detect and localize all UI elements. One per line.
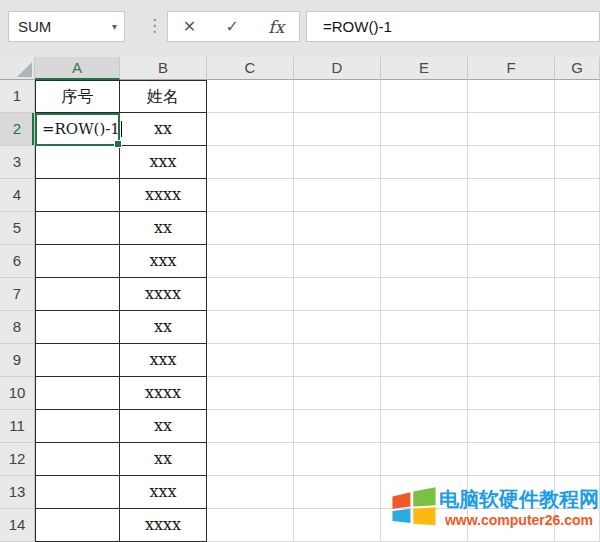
cell-C6[interactable] [207,245,294,278]
cell-D14[interactable] [294,509,381,542]
cell-D8[interactable] [294,311,381,344]
row-header-2[interactable]: 2 [0,113,35,146]
cancel-icon[interactable]: ✕ [183,17,196,36]
cell-D3[interactable] [294,146,381,179]
column-header-D[interactable]: D [294,57,381,80]
row-header-11[interactable]: 11 [0,410,35,443]
cell-C5[interactable] [207,212,294,245]
name-box[interactable]: SUM ▾ [8,11,125,42]
cell-D7[interactable] [294,278,381,311]
row-header-1[interactable]: 1 [0,80,35,113]
cell-F5[interactable] [468,212,555,245]
cell-B10[interactable]: xxxx [120,377,207,410]
formula-bar-text[interactable]: =ROW()-1 [307,18,392,35]
cell-G11[interactable] [555,410,600,443]
cell-G9[interactable] [555,344,600,377]
cell-C4[interactable] [207,179,294,212]
cell-D6[interactable] [294,245,381,278]
cell-D1[interactable] [294,80,381,113]
chevron-down-icon[interactable]: ▾ [112,21,124,32]
cell-E10[interactable] [381,377,468,410]
cell-C8[interactable] [207,311,294,344]
column-header-F[interactable]: F [468,57,555,80]
cell-E1[interactable] [381,80,468,113]
select-all-button[interactable] [0,57,35,80]
column-header-A[interactable]: A [35,57,120,80]
cell-G1[interactable] [555,80,600,113]
column-header-G[interactable]: G [555,57,600,80]
column-header-B[interactable]: B [120,57,207,80]
cell-F11[interactable] [468,410,555,443]
cell-D9[interactable] [294,344,381,377]
cell-A9[interactable] [35,344,120,377]
cell-A12[interactable] [35,443,120,476]
cell-D11[interactable] [294,410,381,443]
cell-C3[interactable] [207,146,294,179]
cell-A2[interactable]: =ROW()-1 [35,113,120,146]
row-header-12[interactable]: 12 [0,443,35,476]
cell-F4[interactable] [468,179,555,212]
cell-G3[interactable] [555,146,600,179]
formula-bar[interactable]: =ROW()-1 [306,11,600,42]
row-header-5[interactable]: 5 [0,212,35,245]
cell-A7[interactable] [35,278,120,311]
cell-A8[interactable] [35,311,120,344]
cell-F8[interactable] [468,311,555,344]
cell-A11[interactable] [35,410,120,443]
column-header-E[interactable]: E [381,57,468,80]
cell-G7[interactable] [555,278,600,311]
cell-C7[interactable] [207,278,294,311]
row-header-8[interactable]: 8 [0,311,35,344]
cell-B1[interactable]: 姓名 [120,80,207,113]
cell-A5[interactable] [35,212,120,245]
cell-B9[interactable]: xxx [120,344,207,377]
cell-E5[interactable] [381,212,468,245]
row-header-7[interactable]: 7 [0,278,35,311]
cell-A13[interactable] [35,476,120,509]
row-header-4[interactable]: 4 [0,179,35,212]
cell-G2[interactable] [555,113,600,146]
cell-F9[interactable] [468,344,555,377]
cell-B14[interactable]: xxxx [120,509,207,542]
row-header-9[interactable]: 9 [0,344,35,377]
cell-D13[interactable] [294,476,381,509]
cell-F10[interactable] [468,377,555,410]
cell-A14[interactable] [35,509,120,542]
row-header-3[interactable]: 3 [0,146,35,179]
row-header-14[interactable]: 14 [0,509,35,542]
enter-check-icon[interactable]: ✓ [226,17,239,36]
cell-E6[interactable] [381,245,468,278]
cell-E11[interactable] [381,410,468,443]
formula-bar-resize-handle-icon[interactable]: ⋮ [146,16,163,36]
cell-G12[interactable] [555,443,600,476]
cell-D10[interactable] [294,377,381,410]
row-header-13[interactable]: 13 [0,476,35,509]
fill-handle[interactable] [114,140,122,148]
cell-G6[interactable] [555,245,600,278]
cell-B4[interactable]: xxxx [120,179,207,212]
cell-B5[interactable]: xx [120,212,207,245]
cell-C2[interactable] [207,113,294,146]
cell-D5[interactable] [294,212,381,245]
cell-E12[interactable] [381,443,468,476]
cell-F12[interactable] [468,443,555,476]
name-box-value[interactable]: SUM [9,18,112,35]
cell-A3[interactable] [35,146,120,179]
cell-A6[interactable] [35,245,120,278]
cell-C13[interactable] [207,476,294,509]
cell-C11[interactable] [207,410,294,443]
cell-G4[interactable] [555,179,600,212]
cell-A10[interactable] [35,377,120,410]
cell-B11[interactable]: xx [120,410,207,443]
cell-B3[interactable]: xxx [120,146,207,179]
cell-C9[interactable] [207,344,294,377]
cell-B13[interactable]: xxx [120,476,207,509]
cell-B7[interactable]: xxxx [120,278,207,311]
cell-B2[interactable]: xx [120,113,207,146]
column-header-C[interactable]: C [207,57,294,80]
cell-B12[interactable]: xx [120,443,207,476]
cell-F1[interactable] [468,80,555,113]
cell-D4[interactable] [294,179,381,212]
cell-G5[interactable] [555,212,600,245]
cell-E9[interactable] [381,344,468,377]
